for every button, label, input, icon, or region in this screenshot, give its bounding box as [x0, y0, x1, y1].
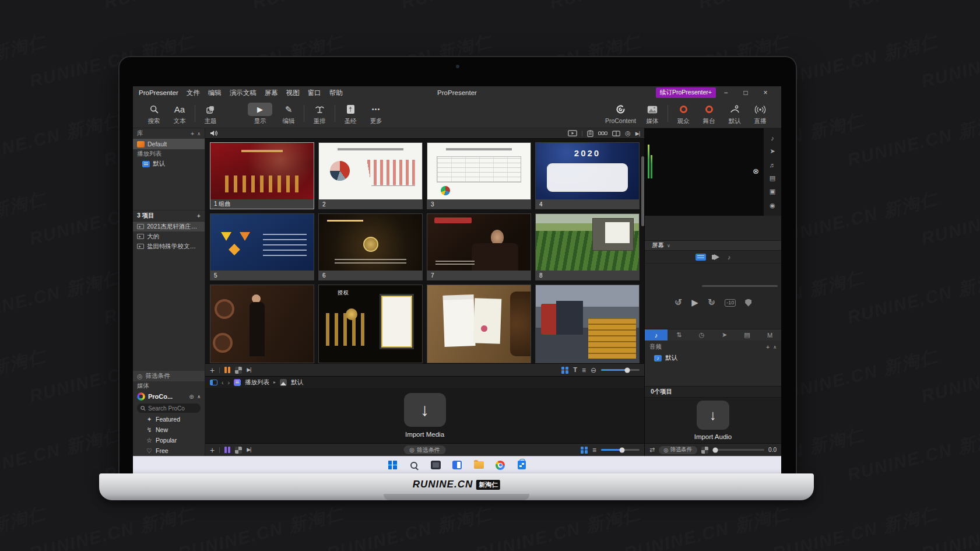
- menu-screen[interactable]: 屏幕: [265, 89, 278, 97]
- presentation-item-1[interactable]: 2021杰尼轩酒庄中...: [133, 222, 205, 231]
- panel-toggle-icon[interactable]: [210, 380, 217, 385]
- play-icon[interactable]: ▶: [691, 297, 698, 308]
- bible-button[interactable]: † 圣经: [338, 99, 363, 128]
- slide-3[interactable]: 3: [427, 142, 531, 209]
- audio-output-icon[interactable]: ♪: [728, 254, 730, 261]
- forward-15-icon[interactable]: ↻15: [708, 298, 715, 307]
- slide-4[interactable]: 2020 4: [535, 142, 640, 209]
- presentation-item-3[interactable]: 盐田特殊学校文化形...: [133, 241, 205, 251]
- shuffle-icon[interactable]: ⇄: [649, 446, 655, 454]
- text-button[interactable]: Aa 文本: [167, 99, 192, 128]
- media-list-view-icon[interactable]: ≡: [592, 447, 596, 454]
- audio-playlist-default[interactable]: ♪ 默认: [645, 352, 781, 364]
- breadcrumb-current[interactable]: 默认: [291, 378, 303, 387]
- maximize-button[interactable]: □: [736, 89, 756, 97]
- slide-output-icon[interactable]: [696, 254, 706, 261]
- media-size-slider[interactable]: [601, 449, 640, 451]
- clear-output-icon[interactable]: ⊗: [753, 167, 759, 176]
- list-view-icon[interactable]: ≡: [582, 367, 586, 374]
- menu-edit[interactable]: 编辑: [208, 89, 222, 97]
- music-icon[interactable]: ♪: [771, 135, 774, 142]
- widgets-button[interactable]: [451, 459, 463, 471]
- menu-window[interactable]: 窗口: [308, 89, 321, 97]
- tab-levels[interactable]: ⇅: [668, 329, 690, 341]
- procontent-search-input[interactable]: [148, 405, 197, 412]
- procontent-button[interactable]: ProContent: [602, 99, 640, 128]
- close-button[interactable]: ×: [756, 89, 775, 97]
- add-slide-button[interactable]: +: [210, 366, 215, 374]
- collapse-audio-icon[interactable]: ∧: [773, 345, 777, 350]
- group-color-icon[interactable]: [224, 367, 230, 373]
- more-button[interactable]: ••• 更多: [363, 99, 389, 128]
- media-button[interactable]: 媒体: [640, 99, 665, 128]
- file-explorer-button[interactable]: [473, 459, 484, 471]
- camera-icon[interactable]: ◉: [770, 202, 775, 209]
- store-button[interactable]: [516, 459, 528, 471]
- group-boxes-icon[interactable]: [612, 131, 620, 136]
- add-item-button[interactable]: +: [197, 212, 201, 219]
- progress-track[interactable]: [702, 285, 778, 287]
- taskbar-search-button[interactable]: [408, 459, 420, 471]
- menu-file[interactable]: 文件: [187, 89, 200, 97]
- tab-messages[interactable]: ➤: [713, 329, 736, 341]
- frame-icon[interactable]: ▣: [770, 188, 775, 195]
- media-filter-button[interactable]: ◎ 筛选条件: [403, 445, 446, 454]
- import-media-button[interactable]: ↓: [404, 393, 446, 427]
- slide-10[interactable]: 授权: [318, 285, 423, 363]
- procontent-row[interactable]: ProCo... ⊕ ∧: [133, 391, 205, 402]
- menu-presentation[interactable]: 演示文稿: [230, 89, 257, 97]
- sidebar-filter-button[interactable]: ◎ 筛选条件: [133, 371, 205, 381]
- chrome-button[interactable]: [494, 459, 506, 471]
- slide-5[interactable]: 5: [210, 213, 314, 280]
- media-grid-icon[interactable]: [235, 447, 242, 454]
- media-skip-icon[interactable]: ▶|: [247, 447, 251, 452]
- slide-11[interactable]: [427, 285, 531, 363]
- audio-grid-icon[interactable]: [701, 447, 708, 454]
- media-color-icon[interactable]: [224, 447, 230, 453]
- slides-scrollbar[interactable]: [641, 156, 644, 226]
- edit-button[interactable]: ✎ 编辑: [276, 99, 301, 128]
- send-icon[interactable]: ➤: [770, 148, 775, 155]
- import-audio-button[interactable]: ↓: [697, 401, 729, 430]
- procontent-featured[interactable]: ✦ Featured: [133, 414, 205, 424]
- add-audio-button[interactable]: +: [766, 343, 770, 350]
- volume-slider[interactable]: [712, 449, 765, 451]
- stage-button[interactable]: 舞台: [696, 99, 722, 128]
- menu-view[interactable]: 视图: [286, 89, 300, 97]
- skip-next-icon[interactable]: ▶|: [635, 131, 640, 136]
- minus-10-button[interactable]: -10: [725, 299, 736, 307]
- add-library-button[interactable]: +: [191, 130, 194, 137]
- skip-icon[interactable]: ▶|: [247, 367, 251, 373]
- tab-audio[interactable]: ♪: [645, 329, 668, 341]
- thumbnail-view-icon[interactable]: [561, 367, 568, 374]
- minimize-button[interactable]: −: [716, 89, 736, 97]
- procontent-search[interactable]: [137, 403, 201, 413]
- slide-1[interactable]: 1 组曲: [210, 142, 314, 209]
- forward-icon[interactable]: ›: [228, 379, 230, 386]
- layers-icon[interactable]: ▤: [770, 174, 775, 182]
- app-menu[interactable]: ProPresenter: [139, 89, 178, 96]
- procontent-popular[interactable]: ☆ Popular: [133, 435, 205, 445]
- slide-9[interactable]: [210, 285, 314, 363]
- slide-12[interactable]: [535, 285, 640, 363]
- shield-icon[interactable]: [745, 299, 751, 307]
- reflow-button[interactable]: 重排: [307, 99, 332, 128]
- target-icon[interactable]: ◎: [625, 129, 631, 137]
- announcement-icon[interactable]: [714, 254, 719, 260]
- procontent-free[interactable]: ♡ Free: [133, 445, 205, 456]
- slide-8[interactable]: 8: [535, 213, 640, 280]
- tab-props[interactable]: ▤: [736, 329, 758, 341]
- task-view-button[interactable]: [430, 459, 441, 471]
- playlist-item-default[interactable]: 默认: [133, 159, 205, 169]
- add-media-button[interactable]: +: [210, 446, 215, 454]
- thumbnail-size-slider[interactable]: [601, 369, 640, 371]
- show-button[interactable]: ▶ 显示: [244, 99, 276, 128]
- tab-macros[interactable]: M: [758, 329, 781, 341]
- clipboard-icon[interactable]: [587, 130, 593, 137]
- slide-7[interactable]: 7: [427, 213, 531, 280]
- text-view-icon[interactable]: T: [573, 367, 577, 373]
- presentation-item-2[interactable]: 大的: [133, 231, 205, 241]
- theme-button[interactable]: 主题: [198, 99, 223, 128]
- audience-button[interactable]: 观众: [670, 99, 696, 128]
- linked-boxes-icon[interactable]: [598, 131, 607, 136]
